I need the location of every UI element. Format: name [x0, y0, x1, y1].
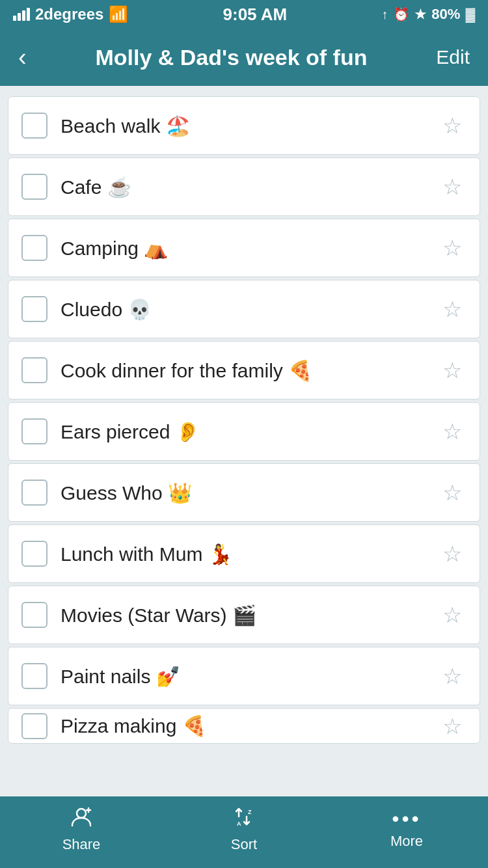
list-item[interactable]: Cluedo 💀 ☆: [8, 280, 480, 338]
item-checkbox[interactable]: [21, 113, 47, 139]
list-item[interactable]: Ears pierced 👂 ☆: [8, 402, 480, 461]
share-icon: [70, 805, 93, 832]
star-button[interactable]: ☆: [438, 539, 467, 568]
item-label: Movies (Star Wars) 🎬: [61, 604, 438, 627]
item-checkbox[interactable]: [21, 713, 47, 739]
item-label: Pizza making 🍕: [61, 714, 438, 737]
star-button[interactable]: ☆: [438, 601, 467, 629]
item-label: Ears pierced 👂: [61, 420, 438, 443]
sort-label: Sort: [231, 836, 257, 853]
star-button[interactable]: ☆: [438, 295, 467, 323]
item-label: Cafe ☕: [61, 176, 438, 198]
tab-bar: Share A Z Sort ••• More: [0, 796, 488, 868]
status-left: 2degrees 📶: [13, 5, 128, 23]
list-item[interactable]: Guess Who 👑 ☆: [8, 463, 480, 522]
item-checkbox[interactable]: [21, 174, 47, 200]
share-tab[interactable]: Share: [36, 805, 127, 853]
item-label: Cook dinner for the family 🍕: [61, 359, 438, 382]
star-button[interactable]: ☆: [438, 234, 467, 262]
item-checkbox[interactable]: [21, 235, 47, 261]
page-title: Molly & Dad's week of fun: [40, 45, 424, 70]
item-checkbox[interactable]: [21, 296, 47, 322]
item-checkbox[interactable]: [21, 357, 47, 383]
list-item[interactable]: Movies (Star Wars) 🎬 ☆: [8, 586, 480, 644]
item-label: Guess Who 👑: [61, 481, 438, 504]
svg-point-0: [77, 809, 86, 818]
item-checkbox[interactable]: [21, 541, 47, 567]
svg-text:A: A: [237, 821, 241, 827]
task-list: Beach walk 🏖️ ☆ Cafe ☕ ☆ Camping ⛺ ☆ Clu…: [0, 86, 488, 796]
item-checkbox[interactable]: [21, 418, 47, 444]
battery-icon: ▓: [465, 7, 475, 22]
header: ‹ Molly & Dad's week of fun Edit: [0, 29, 488, 86]
more-icon: •••: [392, 808, 422, 829]
list-item[interactable]: Paint nails 💅 ☆: [8, 647, 480, 705]
list-item[interactable]: Camping ⛺ ☆: [8, 219, 480, 277]
wifi-icon: 📶: [109, 5, 128, 23]
item-label: Paint nails 💅: [61, 665, 438, 688]
clock: 9:05 AM: [223, 5, 288, 25]
star-button[interactable]: ☆: [438, 417, 467, 446]
star-button[interactable]: ☆: [438, 172, 467, 201]
signal-icon: [13, 8, 30, 21]
more-tab[interactable]: ••• More: [361, 808, 452, 850]
location-icon: ↑: [381, 7, 388, 22]
carrier-label: 2degrees: [35, 5, 103, 23]
list-item-partial[interactable]: Pizza making 🍕 ☆: [8, 708, 480, 744]
item-label: Cluedo 💀: [61, 298, 438, 321]
star-button[interactable]: ☆: [438, 356, 467, 385]
more-label: More: [390, 833, 423, 850]
back-button[interactable]: ‹: [18, 44, 27, 72]
sort-icon: A Z: [232, 805, 256, 832]
item-checkbox[interactable]: [21, 602, 47, 628]
battery-label: 80%: [431, 6, 460, 23]
status-right: ↑ ⏰ ★ 80% ▓: [381, 6, 475, 23]
star-button[interactable]: ☆: [438, 478, 467, 507]
alarm-icon: ⏰: [393, 7, 409, 22]
edit-button[interactable]: Edit: [436, 46, 470, 68]
list-item[interactable]: Beach walk 🏖️ ☆: [8, 96, 480, 155]
sort-tab[interactable]: A Z Sort: [198, 805, 290, 853]
list-item[interactable]: Cafe ☕ ☆: [8, 157, 480, 216]
item-label: Lunch with Mum 💃: [61, 543, 438, 565]
status-bar: 2degrees 📶 9:05 AM ↑ ⏰ ★ 80% ▓: [0, 0, 488, 29]
share-label: Share: [62, 836, 101, 853]
bluetooth-icon: ★: [414, 7, 426, 22]
star-button[interactable]: ☆: [438, 662, 467, 690]
item-label: Camping ⛺: [61, 237, 438, 260]
star-button[interactable]: ☆: [438, 111, 467, 140]
star-button[interactable]: ☆: [438, 712, 467, 740]
item-label: Beach walk 🏖️: [61, 115, 438, 137]
item-checkbox[interactable]: [21, 663, 47, 689]
list-item[interactable]: Lunch with Mum 💃 ☆: [8, 524, 480, 583]
svg-text:Z: Z: [248, 809, 252, 815]
list-item[interactable]: Cook dinner for the family 🍕 ☆: [8, 341, 480, 400]
item-checkbox[interactable]: [21, 480, 47, 506]
